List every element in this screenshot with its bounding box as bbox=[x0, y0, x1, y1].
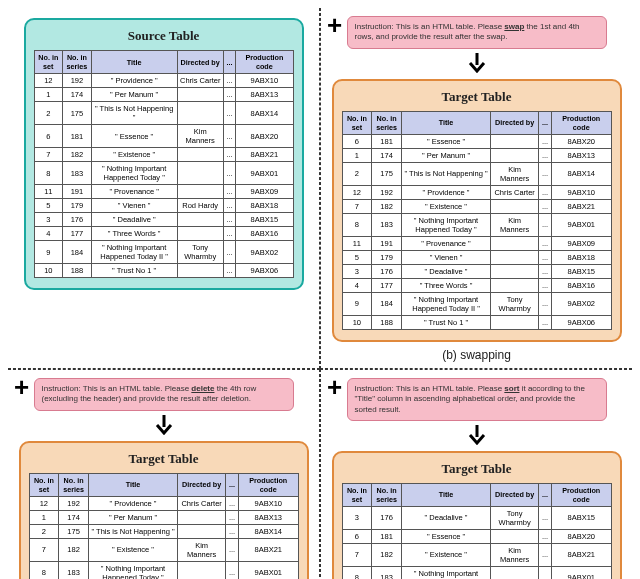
table-row: 10188" Trust No 1 "...9ABX06 bbox=[34, 264, 293, 278]
table-row: 8183" Nothing Important Happened Today "… bbox=[29, 561, 298, 579]
table-row: 1174" Per Manum "...8ABX13 bbox=[34, 88, 293, 102]
swap-instruction: Instruction: This is an HTML table. Plea… bbox=[347, 16, 607, 49]
table-row: 1174" Per Manum "...8ABX13 bbox=[342, 148, 611, 162]
arrow-down-icon bbox=[325, 53, 628, 75]
plus-icon: + bbox=[14, 374, 29, 400]
table-row: 7182" Existence "Kim Manners...8ABX21 bbox=[29, 538, 298, 561]
remove-table: No. in set No. in series Title Directed … bbox=[29, 473, 299, 579]
reorder-tbody: 3176" Deadalive "Tony Wharmby...8ABX1561… bbox=[342, 506, 611, 579]
table-row: 10188" Trust No 1 "...9ABX06 bbox=[342, 315, 611, 329]
table-row: 6181" Essence "Kim Manners...8ABX20 bbox=[34, 125, 293, 148]
table-row: 11191" Provenance "...9ABX09 bbox=[342, 236, 611, 250]
table-row: 11191" Provenance "...9ABX09 bbox=[34, 185, 293, 199]
remove-tbody: 12192" Providence "Chris Carter...9ABX10… bbox=[29, 496, 298, 579]
table-row: 4177" Three Words "...8ABX16 bbox=[34, 227, 293, 241]
table-row: 5179" Vienen "...8ABX18 bbox=[342, 250, 611, 264]
table-row: 1174" Per Manum "...8ABX13 bbox=[29, 510, 298, 524]
plus-icon: + bbox=[327, 12, 342, 38]
reorder-title: Target Table bbox=[342, 461, 612, 477]
table-row: 2175" This is Not Happening "...8ABX14 bbox=[34, 102, 293, 125]
table-row: 6181" Essence "...8ABX20 bbox=[342, 134, 611, 148]
arrow-down-icon bbox=[325, 425, 628, 447]
table-row: 6181" Essence "...8ABX20 bbox=[342, 529, 611, 543]
table-row: 12192" Providence "Chris Carter...9ABX10 bbox=[34, 74, 293, 88]
table-row: 3176" Deadalive "Tony Wharmby...8ABX15 bbox=[342, 506, 611, 529]
source-table: No. in set No. in series Title Directed … bbox=[34, 50, 294, 278]
source-tbody: 12192" Providence "Chris Carter...9ABX10… bbox=[34, 74, 293, 278]
cell-source: Source Table No. in set No. in series Ti… bbox=[8, 8, 320, 369]
table-row: 8183" Nothing Important Happened Today "… bbox=[34, 162, 293, 185]
table-row: 9184" Nothing Important Happened Today I… bbox=[342, 292, 611, 315]
table-row: 5179" Vienen "Rod Hardy...8ABX18 bbox=[34, 199, 293, 213]
remove-panel: Target Table No. in set No. in series Ti… bbox=[19, 441, 309, 579]
swap-panel: Target Table No. in set No. in series Ti… bbox=[332, 79, 622, 342]
arrow-down-icon bbox=[12, 415, 315, 437]
remove-instruction: Instruction: This is an HTML table. Plea… bbox=[34, 378, 294, 411]
cell-reorder: + Instruction: This is an HTML table. Pl… bbox=[320, 369, 632, 579]
cell-remove: + Instruction: This is an HTML table. Pl… bbox=[8, 369, 320, 579]
cell-swap: + Instruction: This is an HTML table. Pl… bbox=[320, 8, 632, 369]
source-panel: Source Table No. in set No. in series Ti… bbox=[24, 18, 304, 290]
table-row: 12192" Providence "Chris Carter...9ABX10 bbox=[29, 496, 298, 510]
swap-tbody: 6181" Essence "...8ABX201174" Per Manum … bbox=[342, 134, 611, 329]
source-title: Source Table bbox=[34, 28, 294, 44]
table-row: 7182" Existence "...8ABX21 bbox=[342, 199, 611, 213]
table-header: No. in set No. in series Title Directed … bbox=[34, 51, 293, 74]
table-row: 2175" This is Not Happening "...8ABX14 bbox=[29, 524, 298, 538]
swap-title: Target Table bbox=[342, 89, 612, 105]
plus-icon: + bbox=[327, 374, 342, 400]
table-header: No. in set No. in series Title Directed … bbox=[29, 473, 298, 496]
table-row: 8183" Nothing Important Happened Today "… bbox=[342, 566, 611, 579]
table-row: 3176" Deadalive "...8ABX15 bbox=[34, 213, 293, 227]
figure-grid: Source Table No. in set No. in series Ti… bbox=[8, 8, 632, 579]
table-row: 9184" Nothing Important Happened Today I… bbox=[34, 241, 293, 264]
table-row: 12192" Providence "Chris Carter...9ABX10 bbox=[342, 185, 611, 199]
reorder-table: No. in set No. in series Title Directed … bbox=[342, 483, 612, 579]
swap-table: No. in set No. in series Title Directed … bbox=[342, 111, 612, 330]
reorder-instruction: Instruction: This is an HTML table. Plea… bbox=[347, 378, 607, 421]
table-header: No. in set No. in series Title Directed … bbox=[342, 111, 611, 134]
table-row: 7182" Existence "Kim Manners...8ABX21 bbox=[342, 543, 611, 566]
remove-title: Target Table bbox=[29, 451, 299, 467]
swap-caption: (b) swapping bbox=[325, 348, 628, 362]
table-header: No. in set No. in series Title Directed … bbox=[342, 483, 611, 506]
table-row: 2175" This is Not Happening "Kim Manners… bbox=[342, 162, 611, 185]
reorder-panel: Target Table No. in set No. in series Ti… bbox=[332, 451, 622, 579]
table-row: 8183" Nothing Important Happened Today "… bbox=[342, 213, 611, 236]
table-row: 3176" Deadalive "...8ABX15 bbox=[342, 264, 611, 278]
table-row: 7182" Existence "...8ABX21 bbox=[34, 148, 293, 162]
table-row: 4177" Three Words "...8ABX16 bbox=[342, 278, 611, 292]
